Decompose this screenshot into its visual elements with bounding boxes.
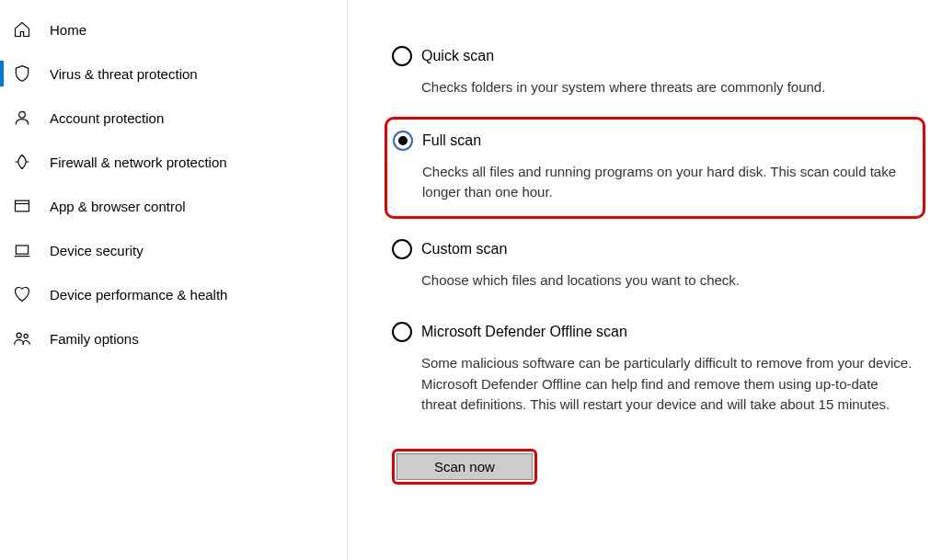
svg-point-0 <box>19 111 26 118</box>
sidebar-item-home[interactable]: Home <box>0 7 347 51</box>
option-title: Custom scan <box>421 241 507 257</box>
sidebar-item-label: Virus & threat protection <box>50 66 198 82</box>
option-title: Quick scan <box>421 48 494 64</box>
heart-icon <box>11 283 33 305</box>
window-icon <box>11 195 33 217</box>
sidebar: Home Virus & threat protection Account p… <box>0 0 348 560</box>
shield-icon <box>11 63 33 85</box>
sidebar-item-account[interactable]: Account protection <box>0 96 347 140</box>
sidebar-item-label: Home <box>50 22 86 38</box>
network-icon <box>11 151 33 173</box>
option-desc: Some malicious software can be particula… <box>421 353 914 416</box>
scan-option-custom: Custom scan Choose which files and locat… <box>392 239 914 291</box>
scan-option-offline: Microsoft Defender Offline scan Some mal… <box>392 322 914 416</box>
scan-now-button[interactable]: Scan now <box>396 453 533 480</box>
sidebar-item-family[interactable]: Family options <box>0 316 347 360</box>
svg-rect-3 <box>16 246 28 254</box>
svg-point-5 <box>17 333 21 337</box>
svg-rect-1 <box>16 200 29 211</box>
main-content: Quick scan Checks folders in your system… <box>348 0 942 560</box>
person-icon <box>11 107 33 129</box>
sidebar-item-label: Device performance & health <box>50 287 227 303</box>
scan-option-quick: Quick scan Checks folders in your system… <box>392 46 914 98</box>
sidebar-item-firewall[interactable]: Firewall & network protection <box>0 140 347 184</box>
home-icon <box>11 18 33 40</box>
sidebar-item-label: Firewall & network protection <box>50 154 227 170</box>
family-icon <box>11 327 33 349</box>
sidebar-item-performance[interactable]: Device performance & health <box>0 272 347 316</box>
option-desc: Checks folders in your system where thre… <box>421 77 914 98</box>
highlight-scan-button: Scan now <box>392 449 537 485</box>
sidebar-item-virus-threat[interactable]: Virus & threat protection <box>0 51 347 96</box>
sidebar-item-label: Account protection <box>50 110 164 126</box>
sidebar-item-label: Device security <box>50 243 144 258</box>
highlight-full-scan: Full scan Checks all files and running p… <box>385 117 925 219</box>
sidebar-item-label: Family options <box>50 331 139 347</box>
svg-point-6 <box>24 334 28 337</box>
option-desc: Checks all files and running programs on… <box>422 162 913 203</box>
radio-full-scan[interactable] <box>393 131 413 151</box>
radio-quick-scan[interactable] <box>392 46 412 66</box>
sidebar-item-label: App & browser control <box>50 199 186 214</box>
sidebar-item-app-browser[interactable]: App & browser control <box>0 184 347 228</box>
option-desc: Choose which files and locations you wan… <box>421 270 914 291</box>
sidebar-item-device-security[interactable]: Device security <box>0 228 347 272</box>
option-title: Microsoft Defender Offline scan <box>421 324 627 340</box>
option-title: Full scan <box>422 132 481 149</box>
radio-custom-scan[interactable] <box>392 239 412 259</box>
device-icon <box>11 239 33 261</box>
scan-option-full: Full scan Checks all files and running p… <box>393 131 913 203</box>
radio-offline-scan[interactable] <box>392 322 412 342</box>
